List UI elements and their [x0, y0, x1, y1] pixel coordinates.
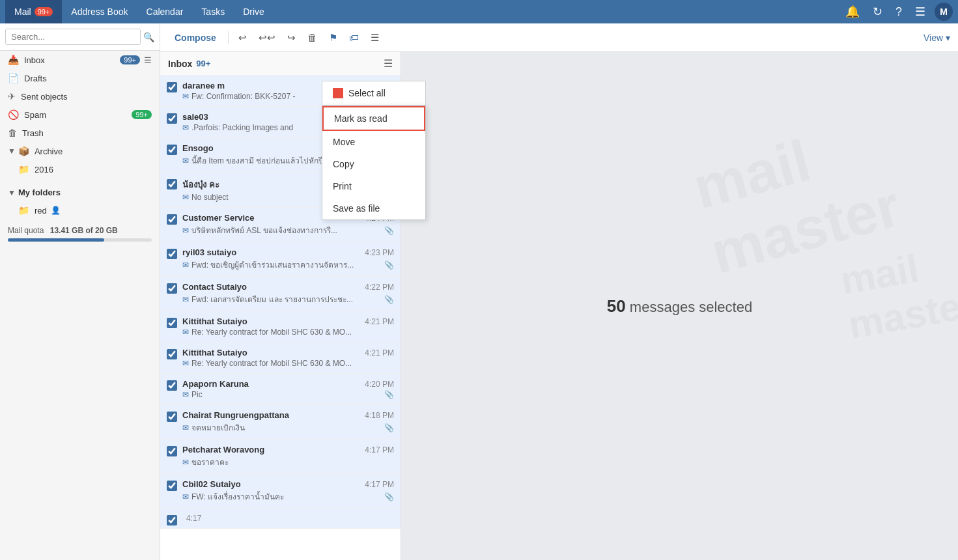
mail-icon-10: ✉ — [182, 423, 189, 432]
email-checkbox-12[interactable] — [167, 481, 177, 491]
email-item-13[interactable]: 4:17 — [160, 509, 401, 529]
email-content-6: Contact Sutaiyo 4:22 PM ✉ Fwd: เอกสารจัด… — [182, 282, 394, 305]
spam-icon: 🚫 — [8, 109, 19, 120]
mail-icon-8: ✉ — [182, 359, 189, 368]
nav-mail-label: Mail — [14, 7, 31, 17]
nav-item-drive[interactable]: Drive — [234, 0, 274, 23]
sidebar-item-drafts[interactable]: 📄 Drafts — [0, 69, 160, 87]
sidebar-item-2016[interactable]: 📁 2016 — [0, 160, 160, 178]
nav-item-calendar[interactable]: Calendar — [137, 0, 193, 23]
mail-icon-9: ✉ — [182, 390, 189, 399]
mail-icon-1: ✉ — [182, 123, 189, 132]
email-checkbox-10[interactable] — [167, 412, 177, 422]
email-checkbox-13[interactable] — [167, 515, 177, 525]
email-checkbox-6[interactable] — [167, 283, 177, 294]
sent-label: Sent objects — [21, 92, 68, 102]
list-menu-icon[interactable]: ☰ — [384, 57, 393, 70]
email-checkbox-2[interactable] — [167, 145, 177, 155]
reply-button[interactable]: ↩ — [234, 29, 251, 46]
email-content-12: Cbil02 Sutaiyo 4:17 PM ✉ FW: แจ้งเรื่องร… — [182, 479, 394, 503]
flag-button[interactable]: ⚑ — [324, 29, 342, 46]
nav-item-tasks[interactable]: Tasks — [192, 0, 234, 23]
sidebar-item-red[interactable]: 📁 red 👤 — [0, 201, 160, 219]
context-menu-item-mark-as-read[interactable]: Mark as read — [322, 106, 425, 131]
sidebar-item-inbox[interactable]: 📥 Inbox 99+ ☰ — [0, 51, 160, 69]
notification-icon[interactable]: 🔔 — [841, 5, 864, 19]
subject-1: .Parfois: Packing Images and — [191, 123, 293, 132]
email-checkbox-4[interactable] — [167, 214, 177, 225]
view-button[interactable]: View ▾ — [923, 33, 950, 43]
select-all-row[interactable]: Select all — [322, 81, 426, 105]
help-icon[interactable]: ? — [892, 5, 906, 19]
email-item-10[interactable]: Chairat Rungruengpattana 4:18 PM ✉ จดหมา… — [160, 405, 401, 440]
time-11: 4:17 PM — [365, 445, 394, 455]
sender-1: sale03 — [182, 112, 208, 122]
email-checkbox-5[interactable] — [167, 249, 177, 259]
below-toolbar: Inbox 99+ ☰ daranee m ✉ Fw: Confir — [160, 52, 958, 560]
label-button[interactable]: 🏷 — [345, 29, 363, 46]
sender-10: Chairat Rungruengpattana — [182, 410, 289, 420]
compose-button[interactable]: Compose — [168, 30, 223, 46]
red-folder-person-icon: 👤 — [51, 206, 61, 215]
subfolder-icon: 📁 — [18, 164, 29, 175]
attach-icon-5: 📎 — [384, 260, 394, 270]
delete-button[interactable]: 🗑 — [303, 29, 322, 46]
time-10: 4:18 PM — [365, 411, 394, 420]
drafts-label: Drafts — [24, 74, 47, 83]
inbox-title: Inbox — [168, 59, 192, 69]
email-item-11[interactable]: Petcharat Woravong 4:17 PM ✉ ขอราคาคะ — [160, 440, 401, 474]
subfolder-label: 2016 — [35, 165, 53, 175]
search-bar: 🔍 — [0, 23, 160, 51]
sent-icon: ✈ — [8, 91, 16, 102]
email-checkbox-8[interactable] — [167, 349, 177, 359]
email-checkbox-7[interactable] — [167, 318, 177, 328]
sidebar-item-trash[interactable]: 🗑 Trash — [0, 124, 160, 142]
mail-icon-6: ✉ — [182, 295, 189, 304]
email-checkbox-9[interactable] — [167, 380, 177, 391]
user-avatar[interactable]: M — [935, 3, 953, 21]
email-item-8[interactable]: Kittithat Sutaiyo 4:21 PM ✉ Re: Yearly c… — [160, 343, 401, 374]
search-input[interactable] — [5, 29, 141, 45]
menu-icon[interactable]: ☰ — [911, 5, 929, 19]
context-menu-item-print[interactable]: Print — [322, 175, 425, 197]
subject-12: FW: แจ้งเรื่องราคาน้ำมันคะ — [191, 490, 284, 503]
sidebar-item-sent[interactable]: ✈ Sent objects — [0, 87, 160, 105]
email-checkbox-0[interactable] — [167, 82, 177, 92]
sidebar-item-spam[interactable]: 🚫 Spam 99+ — [0, 105, 160, 124]
reply-all-button[interactable]: ↩↩ — [254, 29, 280, 46]
mail-icon-5: ✉ — [182, 260, 189, 270]
email-checkbox-11[interactable] — [167, 446, 177, 456]
context-menu-item-save-as-file[interactable]: Save as file — [322, 197, 425, 219]
email-item-9[interactable]: Apaporn Karuna 4:20 PM ✉ Pic 📎 — [160, 374, 401, 405]
context-menu-item-copy[interactable]: Copy — [322, 153, 425, 175]
mail-quota: Mail quota 13.41 GB of 20 GB — [0, 219, 160, 248]
time-13: 4:17 — [186, 514, 201, 523]
forward-button[interactable]: ↪ — [283, 29, 300, 46]
refresh-icon[interactable]: ↻ — [869, 5, 886, 19]
select-all-checkbox — [333, 88, 343, 98]
mail-icon-2: ✉ — [182, 156, 189, 165]
quota-fill — [8, 238, 104, 242]
email-item-6[interactable]: Contact Sutaiyo 4:22 PM ✉ Fwd: เอกสารจัด… — [160, 277, 401, 311]
email-checkbox-1[interactable] — [167, 113, 177, 124]
inbox-menu-icon[interactable]: ☰ — [144, 55, 152, 65]
subject-3: No subject — [191, 193, 229, 202]
email-content-11: Petcharat Woravong 4:17 PM ✉ ขอราคาคะ — [182, 445, 394, 468]
more-button[interactable]: ☰ — [366, 29, 384, 46]
subject-9: Pic — [191, 390, 203, 399]
nav-item-address-book[interactable]: Address Book — [62, 0, 137, 23]
subject-5: Fwd: ขอเชิญผู้ดำเข้าร่วมเสนอราคางานจัดหา… — [191, 259, 354, 271]
email-checkbox-3[interactable] — [167, 179, 177, 189]
watermark: mailmaster — [686, 107, 907, 287]
context-menu-item-move[interactable]: Move — [322, 131, 425, 153]
nav-item-mail[interactable]: Mail 99+ — [5, 0, 62, 23]
search-button[interactable]: 🔍 — [143, 32, 154, 42]
sidebar-item-archive[interactable]: ▼ 📦 Archive — [0, 142, 160, 160]
email-item-7[interactable]: Kittithat Sutaiyo 4:21 PM ✉ Re: Yearly c… — [160, 311, 401, 343]
time-8: 4:21 PM — [365, 348, 394, 357]
context-menu: Mark as read Move Copy Print Save as fil… — [322, 105, 426, 220]
email-item-12[interactable]: Cbil02 Sutaiyo 4:17 PM ✉ FW: แจ้งเรื่องร… — [160, 474, 401, 509]
top-navigation: Mail 99+ Address Book Calendar Tasks Dri… — [0, 0, 958, 23]
inbox-badge: 99+ — [120, 55, 140, 64]
email-item-5[interactable]: ryil03 sutaiyo 4:23 PM ✉ Fwd: ขอเชิญผู้ด… — [160, 242, 401, 277]
